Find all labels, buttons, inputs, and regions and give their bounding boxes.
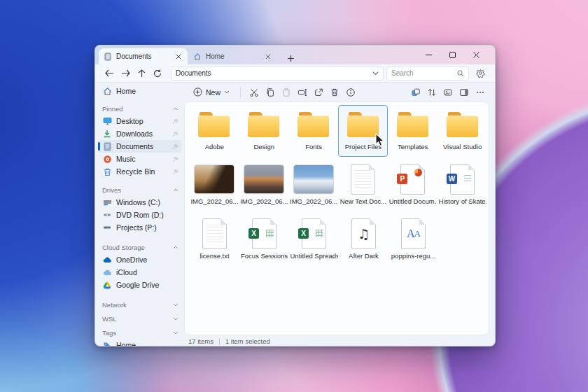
chevron-down-icon[interactable] <box>173 303 178 307</box>
tab-home[interactable]: Home <box>188 48 277 64</box>
file-item-adobe[interactable]: Adobe <box>190 105 239 157</box>
address-bar[interactable]: Documents <box>171 66 384 80</box>
new-tab-button[interactable] <box>284 55 298 64</box>
refresh-button[interactable] <box>150 67 164 80</box>
sidebar-section-tags[interactable]: Tags <box>102 328 178 337</box>
tab-close-icon[interactable] <box>263 54 273 59</box>
sidebar-item-icloud[interactable]: iCloud <box>98 266 181 279</box>
files-row: IMG_2022_06... IMG_2022_06... IMG_2022_0… <box>190 160 487 211</box>
sidebar-item-tag-home[interactable]: Home <box>98 339 181 346</box>
sidebar-section-drives[interactable]: Drives <box>102 185 178 195</box>
layout-view-icon[interactable] <box>408 85 424 99</box>
file-item-fonts[interactable]: Fonts <box>289 105 339 157</box>
file-item-img1[interactable]: IMG_2022_06... <box>190 160 239 211</box>
section-label: Pinned <box>102 105 123 113</box>
chevron-up-icon[interactable] <box>173 246 178 249</box>
file-item-after-dark[interactable]: ♫ After Dark <box>339 214 388 266</box>
chevron-up-icon[interactable] <box>173 107 178 111</box>
tab-documents[interactable]: Documents <box>99 48 188 64</box>
properties-icon[interactable] <box>343 85 358 99</box>
document-folder-icon <box>104 52 112 61</box>
excel-file-icon: X <box>252 218 276 249</box>
address-dropdown-icon[interactable] <box>372 71 379 76</box>
selection-count: 1 item selected <box>225 337 270 345</box>
sidebar-item-label: Google Drive <box>116 281 178 289</box>
file-item-visual-studio[interactable]: Visual Studio <box>438 105 487 157</box>
sidebar-item-documents[interactable]: Documents <box>98 140 181 153</box>
sidebar-item-downloads[interactable]: Downloads <box>98 127 181 140</box>
search-input[interactable]: Search <box>386 66 469 80</box>
sidebar-item-label: OneDrive <box>116 255 178 264</box>
file-item-img2[interactable]: IMG_2022_06... <box>239 160 289 211</box>
maximize-button[interactable] <box>440 46 464 64</box>
excel-file-icon: X <box>302 218 326 249</box>
chevron-up-icon[interactable] <box>173 188 178 192</box>
back-button[interactable] <box>102 67 116 80</box>
settings-gear-icon[interactable] <box>473 67 487 80</box>
file-item-untitled-presentation[interactable]: P Untitled Docum... <box>388 160 438 211</box>
sidebar-item-windows-c[interactable]: Windows (C:) <box>98 196 181 209</box>
sidebar-item-label: Windows (C:) <box>116 198 178 206</box>
sidebar-item-label: DVD Rom (D:) <box>116 211 178 219</box>
sidebar-item-projects-p[interactable]: Projects (P:) <box>98 221 181 234</box>
tab-label: Documents <box>116 52 174 60</box>
file-item-project-files[interactable]: Project Files <box>338 105 388 157</box>
file-item-templates[interactable]: Templates <box>388 105 438 157</box>
delete-icon[interactable] <box>327 85 342 99</box>
sidebar-item-dvd-rom[interactable]: DVD Rom (D:) <box>98 209 181 221</box>
sidebar-section-pinned[interactable]: Pinned <box>102 104 178 113</box>
paste-icon[interactable] <box>279 85 294 99</box>
close-button[interactable] <box>464 46 488 64</box>
file-item-focus-sessions[interactable]: X Focus Sessions <box>239 214 289 266</box>
sidebar-item-label: Desktop <box>116 117 172 125</box>
sidebar-item-home[interactable]: Home <box>98 85 181 97</box>
main-panel: New <box>184 83 495 346</box>
file-label: New Text Doc... <box>340 197 386 205</box>
up-button[interactable] <box>134 67 148 80</box>
drive-icon <box>102 223 112 232</box>
chevron-down-icon[interactable] <box>173 317 178 321</box>
sidebar-item-label: iCloud <box>116 268 178 276</box>
file-label: Project Files <box>345 143 382 150</box>
sidebar-section-cloud-storage[interactable]: Cloud Storage <box>102 242 178 252</box>
chevron-down-icon[interactable] <box>173 331 178 335</box>
forward-button[interactable] <box>118 67 132 80</box>
image-thumbnail <box>195 164 234 195</box>
sidebar: Home Pinned Desktop <box>95 83 184 346</box>
file-item-untitled-spreadsheet[interactable]: X Untitled Spreads... <box>289 214 339 266</box>
cut-icon[interactable] <box>246 85 262 99</box>
sidebar-item-desktop[interactable]: Desktop <box>98 115 181 127</box>
file-label: Adobe <box>205 143 224 150</box>
details-pane-icon[interactable] <box>456 85 472 99</box>
font-file-icon: AA <box>401 218 426 249</box>
preview-pane-icon[interactable] <box>440 85 456 99</box>
minimize-button[interactable] <box>416 46 440 64</box>
file-label: After Dark <box>349 252 379 260</box>
tag-icon <box>102 340 112 346</box>
icloud-icon <box>102 267 112 277</box>
sidebar-item-label: Recycle Bin <box>116 167 172 176</box>
sidebar-item-google-drive[interactable]: Google Drive <box>98 279 181 291</box>
sort-icon[interactable] <box>424 85 440 99</box>
copy-icon[interactable] <box>262 85 278 99</box>
sidebar-item-recycle-bin[interactable]: Recycle Bin <box>98 165 181 178</box>
sidebar-section-wsl[interactable]: WSL <box>102 314 178 323</box>
file-item-design[interactable]: Design <box>239 105 289 157</box>
file-explorer-window: Documents Home <box>94 45 496 346</box>
sidebar-section-network[interactable]: Network <box>102 300 178 309</box>
tab-close-icon[interactable] <box>174 54 183 59</box>
new-button[interactable]: New <box>188 85 234 99</box>
share-icon[interactable] <box>311 85 326 99</box>
rename-icon[interactable] <box>295 85 310 99</box>
sidebar-item-label: Music <box>116 155 172 163</box>
file-item-history-of-skate[interactable]: W History of Skate... <box>438 160 487 211</box>
see-more-icon[interactable] <box>472 85 488 99</box>
drive-icon <box>102 197 112 207</box>
file-item-poppins-regular[interactable]: AA poppins-regu... <box>388 214 438 266</box>
file-item-license-txt[interactable]: license.txt <box>190 214 239 266</box>
files-view: Adobe Design Fonts Project Files <box>184 102 489 335</box>
sidebar-item-onedrive[interactable]: OneDrive <box>98 253 181 266</box>
sidebar-item-music[interactable]: Music <box>98 153 181 165</box>
file-item-new-text-doc[interactable]: New Text Doc... <box>338 160 388 211</box>
file-item-img3[interactable]: IMG_2022_06... <box>289 160 339 211</box>
